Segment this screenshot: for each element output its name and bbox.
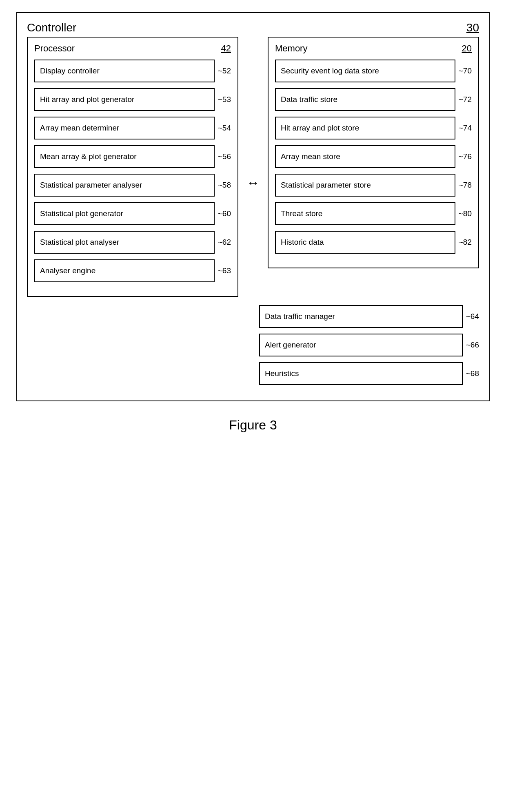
array-mean-store-label: Array mean store <box>281 152 340 162</box>
outer-ref: 30 <box>466 21 479 34</box>
mean-array-label: Mean array & plot generator <box>40 152 137 162</box>
stat-plot-gen-ref: ~60 <box>218 209 231 218</box>
heuristics-label: Heuristics <box>265 369 299 379</box>
stat-param-store-box: Statistical parameter store <box>275 174 455 197</box>
stat-param-ref: ~58 <box>218 181 231 190</box>
stat-plot-an-box: Statistical plot analyser <box>34 231 215 254</box>
stat-param-store-ref: ~78 <box>459 181 472 190</box>
component-row-array-mean-store: Array mean store ~76 <box>275 145 472 168</box>
array-mean-box: Array mean determiner <box>34 117 215 139</box>
memory-box: Memory 20 Security event log data store … <box>268 37 479 268</box>
component-row-hit-array: Hit array and plot generator ~53 <box>34 88 231 111</box>
component-row-display-controller: Display controller ~52 <box>34 60 231 82</box>
security-event-label: Security event log data store <box>281 66 379 76</box>
component-row-security-event: Security event log data store ~70 <box>275 60 472 82</box>
array-mean-ref: ~54 <box>218 124 231 133</box>
stat-plot-gen-box: Statistical plot generator <box>34 202 215 225</box>
processor-header: Processor 42 <box>34 43 231 54</box>
stat-plot-an-ref: ~62 <box>218 238 231 247</box>
display-controller-box: Display controller <box>34 60 215 82</box>
stat-param-label: Statistical parameter analyser <box>40 180 142 190</box>
hit-plot-store-box: Hit array and plot store <box>275 117 455 139</box>
bidirectional-arrow: ↔ <box>246 37 260 190</box>
data-traffic-mgr-ref: ~64 <box>466 312 479 321</box>
threat-store-label: Threat store <box>281 209 322 219</box>
display-controller-ref: ~52 <box>218 66 231 75</box>
alert-gen-ref: ~66 <box>466 341 479 350</box>
hit-array-ref: ~53 <box>218 95 231 104</box>
heuristics-box: Heuristics <box>259 362 463 385</box>
historic-data-ref: ~82 <box>459 238 472 247</box>
alert-gen-label: Alert generator <box>265 340 316 350</box>
alert-gen-box: Alert generator <box>259 334 463 356</box>
stat-param-store-label: Statistical parameter store <box>281 180 371 190</box>
historic-data-box: Historic data <box>275 231 455 254</box>
hit-plot-store-label: Hit array and plot store <box>281 123 359 133</box>
component-row-hit-plot-store: Hit array and plot store ~74 <box>275 117 472 139</box>
stat-plot-an-label: Statistical plot analyser <box>40 237 119 248</box>
mean-array-ref: ~56 <box>218 152 231 161</box>
data-traffic-store-box: Data traffic store <box>275 88 455 111</box>
threat-store-ref: ~80 <box>459 209 472 218</box>
component-row-data-traffic-mgr: Data traffic manager ~64 <box>259 305 479 328</box>
outer-title: Controller <box>27 21 76 34</box>
analyser-engine-ref: ~63 <box>218 266 231 275</box>
bottom-row: Data traffic manager ~64 Alert generator… <box>27 305 479 391</box>
analyser-engine-box: Analyser engine <box>34 259 215 282</box>
array-mean-store-box: Array mean store <box>275 145 455 168</box>
component-row-data-traffic-store: Data traffic store ~72 <box>275 88 472 111</box>
hit-array-box: Hit array and plot generator <box>34 88 215 111</box>
threat-store-box: Threat store <box>275 202 455 225</box>
bottom-left-empty <box>27 305 247 391</box>
inner-section: Processor 42 Display controller ~52 Hit … <box>27 37 479 297</box>
hit-plot-store-ref: ~74 <box>459 124 472 133</box>
security-event-ref: ~70 <box>459 66 472 75</box>
component-row-stat-param-store: Statistical parameter store ~78 <box>275 174 472 197</box>
heuristics-ref: ~68 <box>466 369 479 378</box>
data-traffic-store-label: Data traffic store <box>281 95 337 105</box>
stat-plot-gen-label: Statistical plot generator <box>40 209 123 219</box>
arrow-symbol: ↔ <box>246 175 260 190</box>
data-traffic-store-ref: ~72 <box>459 95 472 104</box>
data-traffic-mgr-box: Data traffic manager <box>259 305 463 328</box>
array-mean-store-ref: ~76 <box>459 152 472 161</box>
security-event-box: Security event log data store <box>275 60 455 82</box>
component-row-stat-plot-an: Statistical plot analyser ~62 <box>34 231 231 254</box>
memory-header: Memory 20 <box>275 43 472 54</box>
figure-caption: Figure 3 <box>229 418 277 433</box>
array-mean-label: Array mean determiner <box>40 123 119 133</box>
component-row-array-mean: Array mean determiner ~54 <box>34 117 231 139</box>
stat-param-box: Statistical parameter analyser <box>34 174 215 197</box>
component-row-stat-param: Statistical parameter analyser ~58 <box>34 174 231 197</box>
display-controller-label: Display controller <box>40 66 100 76</box>
component-row-historic-data: Historic data ~82 <box>275 231 472 254</box>
processor-ref: 42 <box>221 43 231 54</box>
bottom-right-components: Data traffic manager ~64 Alert generator… <box>255 305 479 391</box>
component-row-mean-array: Mean array & plot generator ~56 <box>34 145 231 168</box>
mean-array-box: Mean array & plot generator <box>34 145 215 168</box>
outer-container: Controller 30 Processor 42 Display contr… <box>16 12 490 401</box>
hit-array-label: Hit array and plot generator <box>40 95 134 105</box>
component-row-alert-gen: Alert generator ~66 <box>259 334 479 356</box>
component-row-heuristics: Heuristics ~68 <box>259 362 479 385</box>
component-row-threat-store: Threat store ~80 <box>275 202 472 225</box>
processor-box: Processor 42 Display controller ~52 Hit … <box>27 37 238 297</box>
outer-label: Controller 30 <box>27 21 479 34</box>
memory-title: Memory <box>275 43 307 54</box>
component-row-stat-plot-gen: Statistical plot generator ~60 <box>34 202 231 225</box>
historic-data-label: Historic data <box>281 237 324 248</box>
analyser-engine-label: Analyser engine <box>40 266 95 276</box>
data-traffic-mgr-label: Data traffic manager <box>265 312 335 322</box>
component-row-analyser-engine: Analyser engine ~63 <box>34 259 231 282</box>
memory-ref: 20 <box>462 43 472 54</box>
processor-title: Processor <box>34 43 75 54</box>
